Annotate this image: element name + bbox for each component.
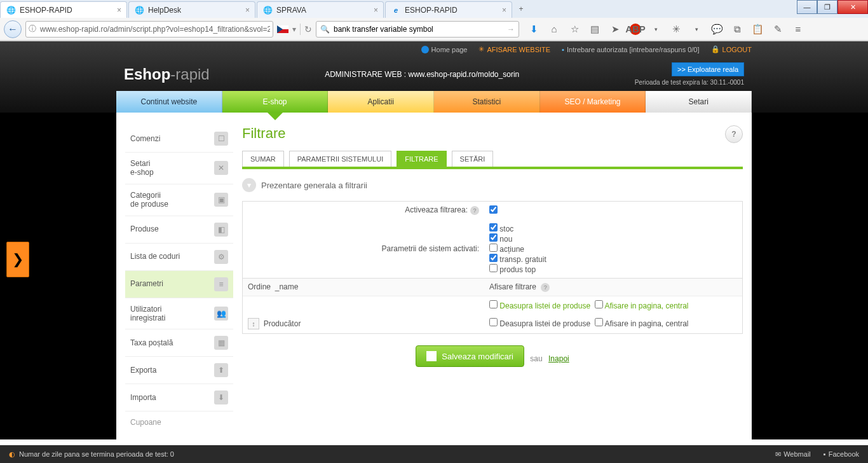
sidebar-item-importa[interactable]: Importa⬇: [125, 384, 233, 411]
nav-aplicatii[interactable]: Aplicatii: [328, 91, 434, 113]
sidebar-item-setari-eshop[interactable]: Setari e-shop✕: [125, 153, 233, 184]
afisare-link[interactable]: ✳AFISARE WEBSITE: [478, 45, 550, 53]
search-input[interactable]: [334, 25, 503, 34]
export-icon: ⬆: [214, 363, 228, 377]
checkbox-actiune[interactable]: [489, 244, 498, 252]
tab-sumar[interactable]: SUMAR: [242, 151, 284, 167]
nav-statistici[interactable]: Statistici: [434, 91, 540, 113]
sidebar-item-comenzi[interactable]: Comenzi☐: [125, 125, 233, 153]
tab-filtrare[interactable]: FILTRARE: [397, 151, 446, 167]
separator: [300, 24, 301, 35]
checkbox-central-row[interactable]: [595, 318, 603, 326]
nav-setari[interactable]: Setari: [646, 91, 752, 113]
browser-tab[interactable]: HelpDesk ×: [128, 1, 255, 18]
question-link[interactable]: ▪Intrebare autorizata [intrebare/raspuns…: [562, 46, 699, 53]
tab-title: HelpDesk: [148, 6, 181, 15]
maximize-button[interactable]: ❐: [817, 0, 837, 14]
bookmark-icon[interactable]: ☆: [569, 24, 580, 35]
checkbox-activate[interactable]: [489, 205, 498, 214]
checkbox-deasupra-row[interactable]: [489, 318, 498, 326]
close-icon[interactable]: ×: [117, 6, 121, 15]
tab-parametrii[interactable]: PARAMETRII SISTEMULUI: [289, 151, 391, 167]
sidebar-item-exporta[interactable]: Exporta⬆: [125, 357, 233, 384]
close-window-button[interactable]: ✕: [837, 0, 868, 14]
checkbox-top[interactable]: [489, 264, 498, 272]
checkbox-central-header[interactable]: [595, 300, 603, 308]
chevron-down-icon[interactable]: ▾: [650, 24, 661, 35]
side-expand-button[interactable]: ❯: [6, 242, 29, 277]
globe-icon: [6, 5, 16, 15]
nav-eshop[interactable]: E-shop: [222, 91, 329, 113]
archive-icon[interactable]: ▤: [589, 24, 600, 35]
address-bar[interactable]: ⓘ: [25, 21, 273, 38]
sliders-icon: ≡: [214, 277, 228, 291]
ie-icon: [391, 5, 401, 15]
or-label: sau: [530, 354, 542, 363]
reload-icon[interactable]: ↻: [304, 24, 312, 34]
nav-seo[interactable]: SEO / Marketing: [540, 91, 646, 113]
url-input[interactable]: [40, 25, 270, 34]
send-icon[interactable]: ➤: [609, 24, 621, 35]
dropdown-icon[interactable]: ▾: [292, 25, 296, 34]
facebook-link[interactable]: ▪ Facebook: [824, 450, 859, 459]
search-bar[interactable]: 🔍 →: [316, 21, 519, 38]
sidebar-item-coduri[interactable]: Lista de coduri⚙: [125, 244, 233, 271]
tab-title: SPRAVA: [276, 6, 306, 15]
exploit-button[interactable]: >> Exploatare reala: [672, 62, 744, 76]
help-icon[interactable]: ?: [725, 125, 743, 143]
go-icon[interactable]: →: [507, 25, 515, 34]
webmail-link[interactable]: ✉ Webmail: [775, 450, 811, 459]
browser-tab[interactable]: SPRAVA ×: [257, 1, 384, 18]
checkbox-nou[interactable]: [489, 233, 498, 242]
sidebar-item-cupoane[interactable]: Cupoane: [125, 411, 233, 433]
sidebar-item-taxa[interactable]: Taxa poștală▦: [125, 329, 233, 357]
sidebar-item-categorii[interactable]: Categorii de produse▣: [125, 184, 233, 216]
flag-icon[interactable]: [277, 25, 288, 33]
section-heading: ▾ Prezentare generala a filtrarii: [242, 178, 743, 192]
minimize-button[interactable]: —: [797, 0, 817, 14]
download-icon[interactable]: ⬇: [528, 24, 539, 35]
save-button[interactable]: Salveaza modificari: [416, 345, 524, 367]
new-tab-button[interactable]: +: [513, 1, 529, 17]
sidebar-item-utilizatori[interactable]: Utilizatori inregistrati👥: [125, 298, 233, 330]
help-icon[interactable]: ?: [541, 283, 550, 292]
sidebar-item-parametri[interactable]: Parametri≡: [125, 271, 233, 298]
puzzle-icon[interactable]: ⧉: [731, 24, 743, 35]
clipboard-icon[interactable]: 📋: [752, 24, 763, 35]
box-icon: ▣: [214, 193, 228, 207]
drag-handle-icon[interactable]: ↕: [248, 318, 259, 329]
back-button[interactable]: ←: [4, 20, 22, 38]
subtabs: SUMAR PARAMETRII SISTEMULUI FILTRARE SET…: [242, 151, 743, 169]
sidebar-item-produse[interactable]: Produse◧: [125, 216, 233, 244]
checkbox-stoc[interactable]: [489, 223, 498, 232]
back-link[interactable]: Inapoi: [548, 354, 569, 363]
tab-setari[interactable]: SETĂRI: [452, 151, 494, 167]
browser-tab[interactable]: ESHOP-RAPID ×: [385, 1, 512, 18]
home-icon[interactable]: ⌂: [548, 24, 560, 35]
search-icon: 🔍: [320, 25, 330, 34]
info-icon: [421, 46, 429, 53]
app-logo: Eshop-rapid: [124, 66, 210, 83]
menu-icon[interactable]: ≡: [792, 24, 804, 35]
bug-icon[interactable]: ✳: [670, 24, 682, 35]
browser-tab[interactable]: ESHOP-RAPID ×: [0, 1, 127, 18]
globe-icon: [262, 5, 273, 15]
close-icon[interactable]: ×: [245, 6, 250, 15]
row-producator: Producător: [264, 319, 301, 328]
note-icon[interactable]: ✎: [772, 24, 783, 35]
lock-icon: 🔒: [711, 45, 720, 53]
chevron-down-icon[interactable]: ▾: [691, 24, 702, 35]
home-link[interactable]: Home page: [421, 46, 468, 53]
chat-icon[interactable]: 💬: [711, 24, 722, 35]
help-icon[interactable]: ?: [470, 206, 479, 215]
checkbox-deasupra-header[interactable]: [489, 300, 498, 308]
close-icon[interactable]: ×: [502, 6, 506, 15]
cube-icon: ◧: [214, 223, 228, 237]
nav-continut[interactable]: Continut website: [116, 91, 222, 113]
checkbox-transp[interactable]: [489, 254, 498, 262]
info-icon[interactable]: ⓘ: [29, 24, 36, 34]
close-icon[interactable]: ×: [374, 6, 378, 15]
tab-strip: ESHOP-RAPID × HelpDesk × SPRAVA × ESHOP-…: [0, 0, 868, 18]
logout-link[interactable]: 🔒LOGOUT: [711, 45, 752, 53]
abp-icon[interactable]: ABP: [630, 24, 641, 35]
